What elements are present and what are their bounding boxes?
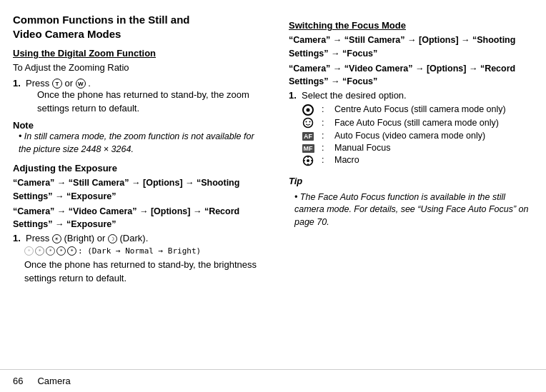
focus-option-1: : Centre Auto Focus (still camera mode o… xyxy=(300,104,533,116)
footer: 66 Camera xyxy=(0,369,546,392)
step2-press: Press xyxy=(26,233,49,243)
manual-focus-desc: Manual Focus xyxy=(334,143,533,153)
step2-dark-label: (Dark). xyxy=(120,233,149,243)
centre-af-desc: Centre Auto Focus (still camera mode onl… xyxy=(334,104,533,114)
colon3: : xyxy=(322,131,329,141)
step1-description: Once the phone has returned to stand-by,… xyxy=(37,89,257,116)
zoom-w-icon: W xyxy=(76,79,86,89)
focus-option-4: MF : Manual Focus xyxy=(300,142,533,153)
svg-point-4 xyxy=(307,159,309,162)
svg-point-0 xyxy=(304,119,313,128)
page-title: Common Functions in the Still and Video … xyxy=(13,13,257,41)
b5-icon: ☀ xyxy=(67,246,76,256)
svg-point-1 xyxy=(306,121,307,123)
focus-option-5: : Macro xyxy=(300,154,533,166)
section2-heading: Adjusting the Exposure xyxy=(13,163,257,174)
focus-option-3: AF : Auto Focus (video camera mode only) xyxy=(300,130,533,141)
colon2: : xyxy=(322,118,329,128)
centre-af-icon xyxy=(300,104,316,116)
section1-sub: To Adjust the Zooming Ratio xyxy=(13,61,257,75)
dark-icon: ☽ xyxy=(108,234,117,243)
footer-section: Camera xyxy=(37,376,70,386)
step-period: . xyxy=(88,78,91,89)
macro-icon xyxy=(300,154,316,166)
focus-path2: “Camera” → “Video Camera” → [Options] → … xyxy=(289,62,533,89)
colon4: : xyxy=(322,143,329,153)
step-number: 1. xyxy=(13,78,23,117)
b2-icon: ☀ xyxy=(35,246,44,256)
step2-number: 1. xyxy=(13,233,23,243)
exposure-path2: “Camera” → “Video Camera” → [Options] → … xyxy=(13,205,257,232)
focus-path1: “Camera” → “Still Camera” → [Options] → … xyxy=(289,34,533,61)
main-columns: Common Functions in the Still and Video … xyxy=(0,13,546,369)
section1-heading: Using the Digital Zoom Function xyxy=(13,48,257,59)
step-content: Press T or W . Once the phone has return… xyxy=(26,78,257,117)
colon5: : xyxy=(322,155,329,165)
tip-block: Tip • The Face Auto Focus function is av… xyxy=(289,175,533,228)
face-af-icon xyxy=(300,117,316,129)
brightness-label: : (Dark → Normal → Bright) xyxy=(78,246,201,256)
bright-icon: ☀ xyxy=(52,234,61,243)
focus-option-2: : Face Auto Focus (still camera mode onl… xyxy=(300,117,533,129)
section1-step1: 1. Press T or W . Once the phone has ret… xyxy=(13,78,257,117)
note-block: Note • In still camera mode, the zoom fu… xyxy=(13,120,257,156)
note-label: Note xyxy=(13,120,34,131)
brightness-note: Once the phone has returned to stand-by,… xyxy=(24,258,257,286)
focus-step-content: Select the desired option. xyxy=(302,90,533,101)
macro-desc: Macro xyxy=(334,155,533,165)
step2-bright-label: (Bright) or xyxy=(64,233,107,243)
step2-content: Press ☀ (Bright) or ☽ (Dark). xyxy=(26,233,257,243)
focus-heading: Switching the Focus Mode xyxy=(289,20,533,31)
b1-icon: ☀ xyxy=(24,246,34,256)
svg-point-2 xyxy=(309,121,311,123)
brightness-scale: ☀ ☀ ☀ ☀ ☀ : (Dark → Normal → Bright) xyxy=(24,246,257,256)
tip-text: • The Face Auto Focus function is availa… xyxy=(294,191,533,229)
auto-focus-desc: Auto Focus (video camera mode only) xyxy=(334,131,533,141)
auto-focus-icon: AF xyxy=(300,130,316,141)
tip-label: Tip xyxy=(289,175,533,189)
face-af-desc: Face Auto Focus (still camera mode only) xyxy=(334,118,533,128)
focus-step1: 1. Select the desired option. xyxy=(289,90,533,101)
exposure-path1: “Camera” → “Still Camera” → [Options] → … xyxy=(13,176,257,203)
page: Common Functions in the Still and Video … xyxy=(0,0,546,392)
step-press-label: Press xyxy=(26,78,49,89)
focus-step-num: 1. xyxy=(289,90,299,101)
note-text: • In still camera mode, the zoom functio… xyxy=(19,131,257,156)
b3-icon: ☀ xyxy=(46,246,55,256)
colon1: : xyxy=(322,104,329,114)
focus-step-text: Select the desired option. xyxy=(302,90,407,101)
manual-focus-icon: MF xyxy=(300,142,316,153)
section2-step1: 1. Press ☀ (Bright) or ☽ (Dark). xyxy=(13,233,257,243)
right-column: Switching the Focus Mode “Camera” → “Sti… xyxy=(282,13,533,369)
zoom-t-icon: T xyxy=(52,79,62,89)
step-or-label: or xyxy=(64,78,75,89)
b4-icon: ☀ xyxy=(56,246,66,256)
left-column: Common Functions in the Still and Video … xyxy=(13,13,264,369)
page-number: 66 xyxy=(13,376,23,386)
